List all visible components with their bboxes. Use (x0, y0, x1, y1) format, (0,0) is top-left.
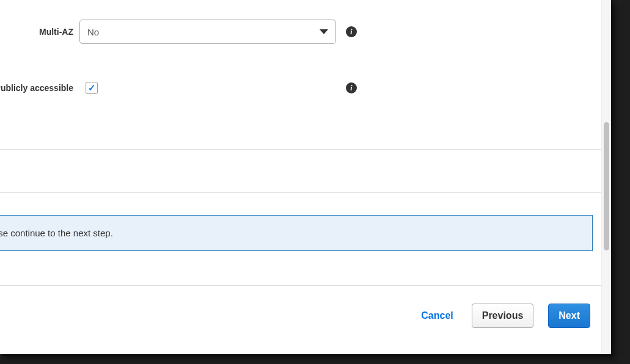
section-gap (0, 150, 601, 192)
panel: Multi-AZ No i Publicly accessible ✓ i (0, 0, 611, 354)
multi-az-select[interactable]: No (79, 20, 336, 44)
info-alert: started. Please continue to the next ste… (0, 215, 593, 251)
publicly-accessible-checkbox[interactable]: ✓ (86, 82, 98, 94)
info-icon[interactable]: i (346, 82, 357, 93)
row-publicly-accessible: Publicly accessible ✓ i (0, 82, 601, 94)
content-area: Multi-AZ No i Publicly accessible ✓ i (0, 0, 601, 353)
info-icon[interactable]: i (346, 26, 357, 37)
previous-button[interactable]: Previous (472, 304, 534, 328)
alert-text: started. Please continue to the next ste… (0, 228, 113, 238)
multi-az-value: No (87, 27, 99, 37)
scrollbar[interactable] (601, 0, 611, 353)
section-divider (0, 192, 601, 193)
label-publicly-accessible: Publicly accessible (0, 83, 73, 93)
next-button[interactable]: Next (548, 304, 590, 328)
label-multi-az: Multi-AZ (0, 27, 73, 37)
footer-buttons: Cancel Previous Next (0, 290, 593, 328)
inner-offset: Multi-AZ No i Publicly accessible ✓ i (0, 0, 601, 328)
caret-down-icon (320, 29, 328, 34)
checkmark-icon: ✓ (88, 82, 96, 93)
row-multi-az: Multi-AZ No i (0, 20, 601, 44)
footer-divider (0, 285, 601, 286)
cancel-button[interactable]: Cancel (417, 310, 456, 322)
scrollbar-thumb[interactable] (604, 122, 609, 250)
multi-az-select-wrap: No (79, 20, 336, 44)
